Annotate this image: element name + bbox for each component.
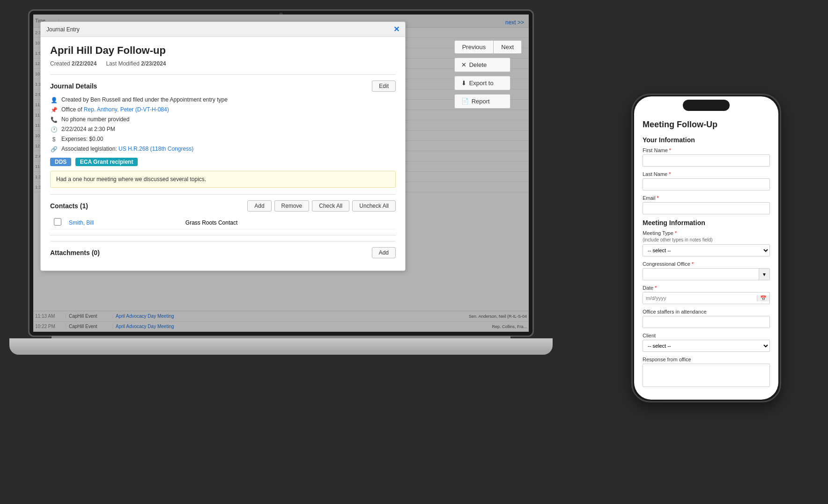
contact-type-cell: Grass Roots Contact — [182, 216, 396, 229]
modified-meta: Last Modified 2/23/2024 — [106, 60, 166, 67]
modal-header: Journal Entry ✕ — [41, 22, 405, 37]
meeting-type-required: * — [675, 230, 677, 236]
datetime-text: 2/22/2024 at 2:30 PM — [61, 126, 115, 132]
contacts-actions: Add Remove Check All Uncheck All — [247, 200, 396, 212]
contacts-remove-button[interactable]: Remove — [274, 200, 310, 212]
office-text: Office of Rep. Anthony, Peter (D-VT-H-08… — [61, 106, 169, 113]
report-icon: 📄 — [461, 98, 469, 105]
created-by-row: 👤 Created by Ben Russell and filed under… — [50, 96, 396, 103]
tag-dds[interactable]: DDS — [50, 158, 71, 166]
laptop-frame: Time 2:30 P10:391:58 P12:5710:281:13 P2:… — [28, 9, 543, 374]
edit-button[interactable]: Edit — [372, 80, 396, 92]
person-icon: 👤 — [50, 97, 58, 103]
contact-name-link[interactable]: Smith, Bill — [69, 219, 94, 226]
notes-text: Had a one hour meeting where we discusse… — [56, 176, 206, 183]
office-link[interactable]: Rep. Anthony, Peter (D-VT-H-084) — [84, 106, 169, 113]
contact-name-cell: Smith, Bill — [65, 216, 182, 229]
modal-body: April Hill Day Follow-up Created 2/22/20… — [41, 37, 405, 270]
last-name-required: * — [669, 171, 671, 177]
date-input[interactable] — [643, 292, 757, 304]
first-name-required: * — [669, 147, 671, 153]
journal-details-section: Journal Details Edit — [50, 74, 396, 92]
congressional-office-required: * — [692, 261, 694, 267]
journal-details-title: Journal Details — [50, 82, 97, 90]
meeting-type-select[interactable]: -- select -- — [643, 244, 770, 256]
phone-notch — [683, 100, 730, 111]
phone-row: 📞 No phone number provided — [50, 116, 396, 123]
location-icon: 📌 — [50, 107, 58, 113]
contacts-uncheck-all-button[interactable]: Uncheck All — [352, 200, 396, 212]
link-icon: 🔗 — [50, 146, 58, 153]
email-input[interactable] — [643, 202, 770, 214]
next-button[interactable]: Next — [493, 40, 522, 54]
dollar-icon: $ — [50, 136, 58, 143]
phone-screen: Meeting Follow-Up Your Information First… — [634, 96, 778, 400]
laptop-base — [9, 338, 553, 355]
legislation-text: Associated legislation: US H.R.268 (118t… — [61, 146, 193, 152]
date-picker-button[interactable]: 📅 — [757, 295, 769, 301]
close-button[interactable]: ✕ — [393, 25, 399, 34]
congressional-office-input[interactable] — [643, 269, 759, 280]
staffers-label: Office staffers in attendance — [643, 309, 770, 314]
response-label: Response from office — [643, 357, 770, 362]
last-name-input[interactable] — [643, 178, 770, 190]
expenses-row: $ Expenses: $0.00 — [50, 136, 396, 143]
legislation-row: 🔗 Associated legislation: US H.R.268 (11… — [50, 146, 396, 153]
export-button[interactable]: ⬇ Export to — [454, 76, 510, 90]
laptop-screen: Time 2:30 P10:391:58 P12:5710:281:13 P2:… — [33, 15, 529, 332]
datetime-row: 🕐 2/22/2024 at 2:30 PM — [50, 126, 396, 133]
client-select[interactable]: -- select -- — [643, 340, 770, 352]
previous-button[interactable]: Previous — [454, 40, 494, 54]
client-label: Client — [643, 333, 770, 338]
meeting-type-label: Meeting Type * — [643, 230, 770, 236]
date-label: Date * — [643, 285, 770, 291]
report-button[interactable]: 📄 Report — [454, 94, 510, 109]
contact-checkbox[interactable] — [54, 218, 61, 226]
your-info-title: Your Information — [643, 136, 770, 144]
office-row: 📌 Office of Rep. Anthony, Peter (D-VT-H-… — [50, 106, 396, 113]
expenses-text: Expenses: $0.00 — [61, 136, 103, 142]
modal-entry-title: April Hill Day Follow-up — [50, 44, 396, 57]
meeting-info-title: Meeting Information — [643, 219, 770, 226]
congressional-office-dropdown-button[interactable]: ▼ — [759, 269, 769, 280]
staffers-input[interactable] — [643, 316, 770, 328]
modified-date: 2/23/2024 — [141, 60, 166, 67]
laptop-screen-bezel: Time 2:30 P10:391:58 P12:5710:281:13 P2:… — [28, 9, 534, 337]
created-meta: Created 2/22/2024 — [50, 60, 96, 67]
delete-icon: ✕ — [461, 61, 466, 68]
phone-form-title: Meeting Follow-Up — [643, 120, 770, 130]
first-name-input[interactable] — [643, 154, 770, 167]
delete-button[interactable]: ✕ Delete — [454, 58, 510, 72]
response-textarea[interactable] — [643, 364, 770, 387]
contacts-section: Contacts (1) Add Remove Check All Unchec… — [50, 194, 396, 212]
created-date: 2/22/2024 — [72, 60, 96, 67]
modal-header-title: Journal Entry — [46, 26, 80, 33]
contacts-add-button[interactable]: Add — [247, 200, 271, 212]
phone-content: Meeting Follow-Up Your Information First… — [634, 96, 778, 400]
clock-icon: 🕐 — [50, 126, 58, 133]
congressional-office-label: Congressional Office * — [643, 261, 770, 267]
attachments-title: Attachments (0) — [50, 249, 100, 256]
tag-eca[interactable]: ECA Grant recipient — [75, 158, 138, 166]
phone-frame: Meeting Follow-Up Your Information First… — [631, 94, 781, 402]
contacts-table: Smith, Bill Grass Roots Contact — [50, 216, 396, 229]
date-required: * — [655, 285, 657, 291]
export-icon: ⬇ — [461, 80, 466, 87]
journal-modal: Journal Entry ✕ April Hill Day Follow-up… — [40, 22, 406, 271]
attachments-add-button[interactable]: Add — [372, 247, 396, 258]
created-by-text: Created by Ben Russell and filed under t… — [61, 96, 228, 103]
first-name-label: First Name * — [643, 147, 770, 153]
contact-checkbox-cell — [50, 216, 65, 229]
tags-row: DDS ECA Grant recipient — [50, 157, 396, 166]
contacts-check-all-button[interactable]: Check All — [312, 200, 349, 212]
table-row: Smith, Bill Grass Roots Contact — [50, 216, 396, 229]
phone-icon: 📞 — [50, 117, 58, 123]
modal-meta: Created 2/22/2024 Last Modified 2/23/202… — [50, 60, 396, 67]
last-name-label: Last Name * — [643, 171, 770, 177]
email-required: * — [657, 195, 659, 201]
legislation-link[interactable]: US H.R.268 (118th Congress) — [118, 146, 193, 152]
meeting-type-hint: (include other types in notes field) — [643, 237, 770, 242]
divider — [50, 235, 396, 235]
attachments-section: Attachments (0) Add — [50, 241, 396, 258]
notes-box: Had a one hour meeting where we discusse… — [50, 171, 396, 188]
